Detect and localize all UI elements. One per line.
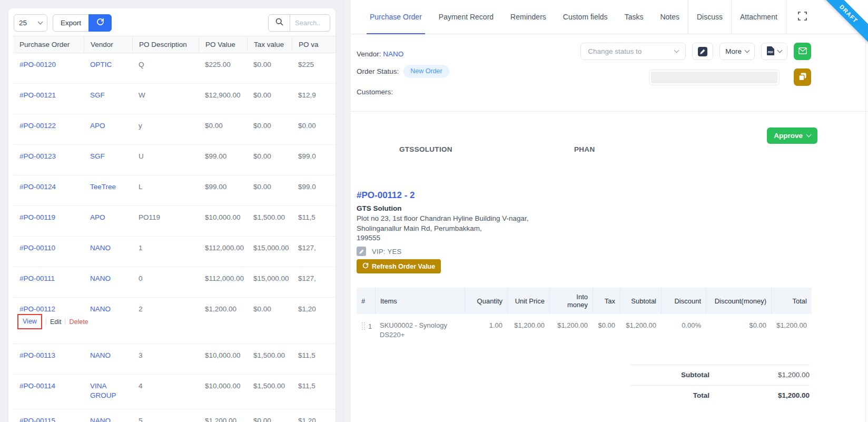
tax-value: $1,500.00: [247, 206, 292, 236]
po-link[interactable]: #PO-00120: [19, 61, 56, 68]
po-link[interactable]: #PO-00112: [19, 305, 55, 313]
table-row[interactable]: #PO-00121 SGF W $12,900.00 $0.00 $12,9: [13, 84, 336, 114]
search-icon: [275, 18, 283, 28]
tab-discuss[interactable]: Discuss: [688, 0, 731, 34]
change-status-select[interactable]: Change status to: [580, 43, 686, 60]
items-table: # Items Quantity Unit Price Into money T…: [357, 288, 812, 340]
vendor-link[interactable]: NANO: [90, 305, 111, 313]
vendor-link[interactable]: APO: [90, 213, 105, 221]
chevron-down-icon: [38, 19, 43, 25]
col-header-description[interactable]: PO Description: [132, 36, 199, 53]
po-link[interactable]: #PO-00119: [19, 213, 55, 221]
po-link[interactable]: #PO-00122: [19, 122, 56, 130]
po-link[interactable]: #PO-00115: [19, 417, 55, 422]
edit-vip-button[interactable]: [357, 247, 366, 256]
col-discount: Discount: [661, 288, 706, 314]
table-row-selected[interactable]: #PO-00112 View Edit Delete NANO 2 $1,200…: [13, 298, 336, 344]
po-link[interactable]: #PO-00111: [19, 274, 55, 282]
chevron-down-icon: [745, 48, 750, 53]
fullscreen-button[interactable]: [786, 0, 818, 34]
fullscreen-icon: [798, 12, 807, 23]
search-input[interactable]: [290, 14, 330, 32]
tab-purchase-order[interactable]: Purchase Order: [361, 0, 430, 34]
item-number: 1: [368, 322, 372, 331]
po-link[interactable]: #PO-00110: [19, 244, 55, 252]
table-row[interactable]: #PO-00120 OPTIC Q $225.00 $0.00 $225: [13, 53, 336, 84]
edit-button[interactable]: [692, 43, 713, 60]
tab-reminders[interactable]: Reminders: [502, 0, 555, 34]
po-link[interactable]: #PO-00114: [19, 382, 55, 390]
col-header-value[interactable]: PO Value: [199, 36, 247, 53]
page-size-select[interactable]: 25: [14, 14, 47, 32]
table-row[interactable]: #PO-00110 NANO 1 $112,000.00 $15,000.00 …: [13, 237, 336, 267]
table-row[interactable]: #PO-00124 TeeTree L $99.00 $0.00 $99.0: [13, 175, 336, 206]
search-button[interactable]: [268, 14, 290, 32]
vendor-link[interactable]: SGF: [90, 91, 105, 99]
more-button[interactable]: More: [719, 43, 755, 60]
vendor-link[interactable]: NANO: [90, 244, 111, 252]
vendor-link[interactable]: SGF: [90, 152, 105, 160]
chevron-down-icon: [777, 48, 783, 53]
tax-value: $0.00: [247, 114, 292, 144]
vendor-link[interactable]: OPTIC: [90, 61, 112, 68]
row-actions: View Edit Delete: [17, 314, 88, 329]
po-value: $10,000.00: [199, 206, 247, 236]
po-value-with-tax: $127,: [292, 267, 336, 297]
table-row[interactable]: #PO-00114 VINA GROUP 4 $10,000.00 $1,500…: [13, 375, 336, 409]
po-value-with-tax: $225: [292, 53, 336, 83]
po-link[interactable]: #PO-00113: [19, 351, 55, 359]
col-header-value-with-tax[interactable]: PO va: [292, 36, 336, 53]
vendor-link[interactable]: VINA GROUP: [90, 382, 116, 399]
table-row[interactable]: #PO-00122 APO y $0.00 $0.00 $0.00: [13, 114, 336, 145]
table-row[interactable]: #PO-00111 NANO 0 $112,000.00 $15,000.00 …: [13, 267, 336, 298]
po-description: 2: [132, 298, 199, 344]
col-header-purchase-order[interactable]: Purchase Order: [13, 41, 84, 48]
scrollbar[interactable]: [344, 0, 351, 422]
po-link[interactable]: #PO-00123: [19, 152, 56, 160]
tab-payment-record[interactable]: Payment Record: [430, 0, 502, 34]
vendor-link[interactable]: NANO: [90, 274, 111, 282]
item-discount-money: $0.00: [706, 314, 771, 340]
company-header-right: PHAN: [574, 145, 595, 153]
vendor-value-link[interactable]: NANO: [383, 50, 403, 58]
vendor-link[interactable]: TeeTree: [90, 183, 116, 191]
customers-label: Customers:: [357, 88, 393, 96]
refresh-order-value-button[interactable]: Refresh Order Value: [357, 259, 441, 273]
table-row[interactable]: #PO-00119 APO PO119 $10,000.00 $1,500.00…: [13, 206, 336, 237]
vendor-link[interactable]: APO: [90, 122, 105, 130]
tab-custom-fields[interactable]: Custom fields: [555, 0, 616, 34]
address-line: 199555: [357, 233, 528, 243]
pdf-button[interactable]: PDF: [761, 43, 787, 60]
list-toolbar: 25 Export: [8, 8, 336, 36]
drag-handle-icon[interactable]: [361, 322, 366, 333]
item-tax: $0.00: [593, 314, 620, 340]
col-header-vendor[interactable]: Vendor: [84, 36, 132, 53]
order-status-line: Order Status: New Order: [357, 65, 449, 78]
export-button[interactable]: Export: [53, 14, 89, 32]
po-table: Purchase Order Vendor PO Description PO …: [13, 36, 336, 422]
po-link[interactable]: #PO-00124: [19, 183, 56, 191]
refresh-button[interactable]: [88, 14, 112, 32]
detail-controls: Change status to More PDF: [580, 43, 811, 60]
table-row[interactable]: #PO-00113 NANO 3 $10,000.00 $1,500.00 $1…: [13, 344, 336, 375]
col-header-tax[interactable]: Tax value: [247, 36, 292, 53]
approve-button[interactable]: Approve: [767, 127, 817, 144]
vendor-link[interactable]: NANO: [90, 351, 111, 359]
tab-tasks[interactable]: Tasks: [616, 0, 652, 34]
tax-value: $15,000.00: [247, 237, 292, 267]
vendor-link[interactable]: NANO: [90, 417, 111, 422]
address-line: Plot no 23, 1st floor Chandran Hyline Bu…: [357, 214, 528, 224]
po-link[interactable]: #PO-00121: [19, 91, 56, 99]
tab-attachment[interactable]: Attachment: [732, 0, 786, 34]
edit-link[interactable]: Edit: [50, 317, 62, 327]
table-row[interactable]: #PO-00123 SGF U $99.00 $0.00 $99.0: [13, 145, 336, 175]
view-link[interactable]: View: [23, 318, 37, 325]
table-row[interactable]: #PO-00115 NANO 5 $1,200.00 $0.00 $1,20: [13, 409, 336, 422]
divider: [46, 318, 46, 325]
delete-link[interactable]: Delete: [69, 317, 88, 327]
item-into-money: $1,200.00: [549, 314, 593, 340]
tab-notes[interactable]: Notes: [652, 0, 688, 34]
send-email-button[interactable]: [794, 43, 811, 60]
status-badge[interactable]: New Order: [403, 65, 449, 78]
copy-button[interactable]: [794, 68, 811, 86]
